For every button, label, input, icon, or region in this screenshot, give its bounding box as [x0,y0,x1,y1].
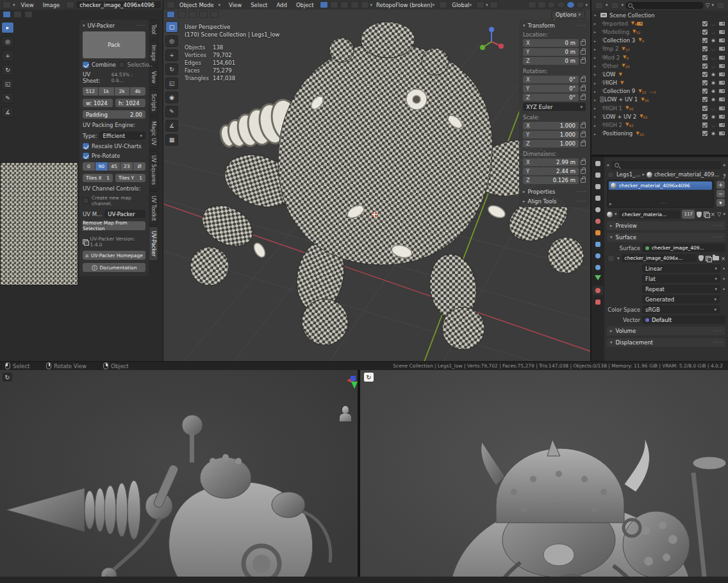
tiles-y-field[interactable]: Tiles Y1 [115,174,145,182]
tab-tool[interactable]: Tool [149,20,158,39]
orientation-dropdown[interactable]: Global▾ [449,1,475,9]
outliner-row[interactable]: ▸HIGH▼◉ [592,79,728,87]
navigation-gizmo[interactable] [479,27,504,56]
view-layer-tab-icon[interactable] [593,194,603,203]
seg-button-512[interactable]: 512 [83,87,98,96]
vector-field[interactable]: Default [642,316,725,324]
select-mode-icon[interactable] [330,1,338,8]
uv-map-name-field[interactable]: UV-Packer [104,210,145,218]
select-box-icon[interactable]: ▢ [165,21,178,33]
axis-field-x[interactable]: X0 m [523,39,579,47]
render-camera-icon[interactable] [719,72,725,76]
filter-funnel-icon[interactable]: ▽ [717,211,722,217]
hide-viewport-eye-icon[interactable]: ◉ [710,80,716,85]
measure-icon[interactable]: ∡ [1,106,14,118]
render-camera-icon[interactable] [719,22,725,26]
selectable-checkbox[interactable] [702,46,707,51]
tiles-x-field[interactable]: Tiles X1 [83,174,113,182]
solid-shading-icon[interactable] [557,1,565,8]
height-field[interactable]: h: 1024 [115,99,145,107]
image-name-field[interactable]: checker_image_4096x4096 [76,1,161,8]
outliner-row[interactable]: ▸LOW▼◉ [592,70,728,78]
hide-viewport-eye-icon[interactable]: ◉ [710,89,716,94]
render-camera-icon[interactable] [719,123,725,127]
tab-view[interactable]: View [149,67,158,88]
outliner-row[interactable]: ▸LOW + UV 2▼62◉ [592,112,728,121]
world-tab-icon[interactable] [593,217,603,226]
seg-button-Ø[interactable]: Ø [133,162,145,171]
outliner-row[interactable]: ▸Imp 2▼37◡ [592,45,728,53]
remove-slot-button[interactable]: − [716,190,725,198]
projection-dropdown[interactable]: Flat▾ [642,275,720,283]
tab-uv-toolkit[interactable]: UV Toolkit [149,191,158,225]
outliner-row[interactable]: ▸Collection 3▼9◉ [592,37,728,45]
retopoflow-dropdown[interactable]: RetopoFlow (broken)▾ [373,1,438,9]
displacement-section[interactable]: Displacement [616,339,653,346]
axis-field-z[interactable]: Z0 m [523,57,579,65]
outliner-row[interactable]: ▸HIGH 2▼62◡ [592,121,728,129]
surface-section[interactable]: Surface [616,234,636,241]
selectable-checkbox[interactable] [702,80,707,85]
create-channel-checkbox[interactable] [83,198,89,204]
axis-field-z[interactable]: Z1.000 [523,140,579,148]
pin-icon[interactable] [724,174,725,176]
select-lasso-icon[interactable] [188,11,197,18]
lock-icon[interactable] [581,160,586,165]
material-slot-selected[interactable]: checker_material_4096x4096 [609,182,712,190]
seg-button-0[interactable]: 0 [83,162,95,171]
rotate-icon[interactable]: ↻ [1,64,14,76]
rotate-icon[interactable]: ↻ [165,63,178,75]
seg-button-1k[interactable]: 1k [99,87,114,96]
rotate-view-icon[interactable]: ↻ [3,373,12,382]
tweak-select-icon[interactable]: ▸ [1,22,14,33]
wireframe-shading-icon[interactable] [547,1,556,8]
hide-viewport-eye-icon[interactable]: ◡ [710,21,716,26]
lock-icon[interactable] [581,96,586,100]
properties-panel-collapsed[interactable]: Properties [528,189,556,195]
align-tools-panel-collapsed[interactable]: Align Tools [528,198,557,205]
render-camera-icon[interactable] [719,131,725,135]
homepage-button[interactable]: ⌂ UV-Packer Homepage [83,251,145,260]
modifiers-tab-icon[interactable] [593,240,603,249]
data-tab-icon[interactable] [593,275,603,283]
render-camera-icon[interactable] [719,38,725,42]
axis-field-x[interactable]: X2.99 m [523,158,579,166]
hide-viewport-eye-icon[interactable]: ◡ [710,55,716,60]
transform-panel-title[interactable]: Transform [528,22,555,29]
select-mode-icon[interactable] [340,1,349,8]
mode-dropdown[interactable]: Object Mode▾ [176,1,224,9]
selection-checkbox[interactable] [119,62,125,68]
menu-select[interactable]: Select [246,2,272,8]
pack-button[interactable]: Pack [83,31,145,58]
tab-scripts[interactable]: Scripts [149,89,158,115]
hide-viewport-eye-icon[interactable]: ◉ [710,97,716,102]
render-camera-icon[interactable] [719,81,725,85]
tweak-mode-icon[interactable] [320,1,328,8]
axis-field-z[interactable]: Z0.126 m [523,176,579,184]
uv-select-mode-icon[interactable] [24,11,33,18]
axis-gizmo-icon[interactable] [0,374,3,391]
selectable-checkbox[interactable] [702,106,707,111]
tab-uv-squares[interactable]: UV Squares [149,151,158,189]
render-camera-icon[interactable] [719,106,725,110]
render-camera-icon[interactable] [719,89,725,93]
outliner-row[interactable]: ▸LOW + UV 1▼56◉ [592,96,728,104]
overlays-toggle-icon[interactable] [538,1,546,8]
tab-uv-packer[interactable]: UV-Packer [149,226,158,261]
hide-viewport-eye-icon[interactable]: ◉ [710,114,716,119]
selectable-checkbox[interactable] [702,131,707,136]
measure-icon[interactable]: ∡ [165,120,178,131]
add-cube-icon[interactable]: ▦ [165,134,178,146]
outliner-search-input[interactable] [625,2,704,9]
rendered-shading-icon[interactable] [576,1,584,8]
lock-icon[interactable] [581,41,586,46]
breadcrumb-material[interactable]: checker_material_409... [654,171,720,178]
euler-dropdown[interactable]: XYZ Euler▾ [523,103,586,111]
lock-icon[interactable] [581,50,586,55]
viewport-3d[interactable]: Object Mode▾ ViewSelectAddObject ▾ Retop… [163,0,591,370]
outliner-row[interactable]: ▸Collection 9▼12◡3◉ [592,87,728,96]
breadcrumb-object[interactable]: Legs1_... [616,171,640,178]
display-mode-icon[interactable] [595,2,603,9]
tab-image[interactable]: Image [149,40,158,65]
documentation-button[interactable]: ? Documentation [83,263,145,272]
